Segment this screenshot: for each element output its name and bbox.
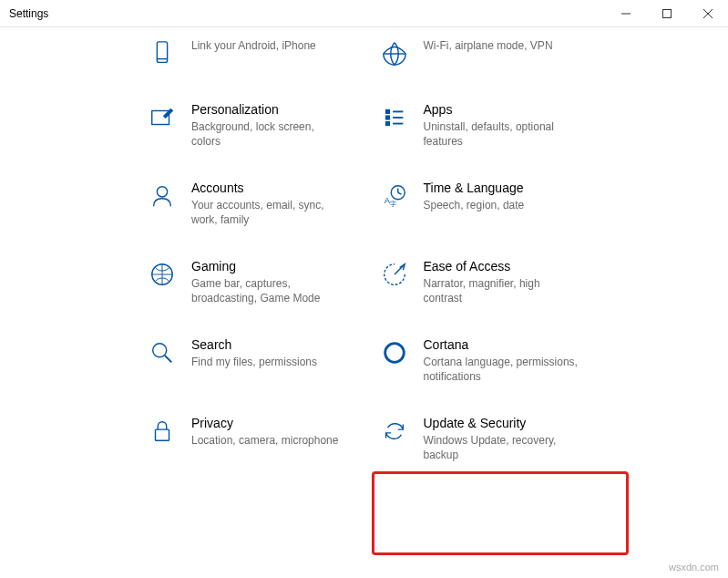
search-icon: [144, 337, 180, 366]
svg-point-14: [157, 187, 167, 197]
settings-grid-container: Link your Android, iPhone Wi-Fi, airplan…: [0, 27, 728, 483]
tile-name: Privacy: [191, 416, 353, 430]
tile-name: Apps: [424, 102, 685, 117]
tile-apps[interactable]: Apps Uninstall, defaults, optional featu…: [369, 91, 692, 170]
svg-point-24: [385, 344, 404, 363]
tile-desc: Your accounts, email, sync, work, family: [191, 198, 346, 227]
accounts-icon: [144, 181, 180, 210]
tile-search[interactable]: Search Find my files, permissions: [36, 326, 360, 405]
tile-desc: Background, lock screen, colors: [191, 119, 346, 149]
tile-desc: Speech, region, date: [424, 198, 579, 212]
privacy-icon: [144, 416, 180, 445]
tile-desc: Cortana language, permissions, notificat…: [424, 355, 579, 384]
watermark: wsxdn.com: [669, 562, 719, 573]
highlight-box: [372, 471, 629, 555]
svg-point-22: [153, 344, 167, 357]
globe-icon: [376, 38, 413, 67]
cortana-icon: [376, 337, 413, 366]
svg-rect-8: [385, 110, 389, 114]
time-language-icon: A字: [376, 181, 413, 210]
tile-name: Search: [191, 337, 353, 352]
tile-desc: Windows Update, recovery, backup: [424, 433, 579, 462]
tile-name: Cortana: [424, 337, 685, 352]
tile-desc: Find my files, permissions: [191, 355, 346, 369]
tile-personalization[interactable]: Personalization Background, lock screen,…: [36, 91, 360, 170]
tile-name: Update & Security: [424, 416, 685, 430]
tile-privacy[interactable]: Privacy Location, camera, microphone: [36, 405, 360, 483]
svg-text:字: 字: [390, 201, 396, 207]
tile-name: Personalization: [191, 102, 353, 117]
svg-rect-1: [662, 10, 671, 18]
maximize-button[interactable]: [646, 0, 687, 27]
tile-cortana[interactable]: Cortana Cortana language, permissions, n…: [369, 326, 692, 405]
svg-rect-12: [385, 122, 389, 126]
svg-rect-25: [156, 429, 169, 440]
phone-icon: [144, 38, 180, 67]
ease-of-access-icon: [376, 259, 413, 288]
tile-desc: Wi-Fi, airplane mode, VPN: [424, 38, 579, 53]
tile-network[interactable]: Wi-Fi, airplane mode, VPN: [369, 27, 692, 91]
update-icon: [376, 416, 413, 445]
svg-line-21: [395, 265, 404, 274]
tile-accounts[interactable]: Accounts Your accounts, email, sync, wor…: [36, 170, 360, 248]
tile-update-security[interactable]: Update & Security Windows Update, recove…: [369, 405, 692, 483]
tile-desc: Game bar, captures, broadcasting, Game M…: [191, 276, 346, 305]
svg-line-17: [397, 192, 401, 194]
tile-desc: Uninstall, defaults, optional features: [424, 119, 579, 149]
titlebar: Settings: [0, 0, 728, 27]
window-controls: [605, 0, 728, 27]
svg-rect-10: [385, 116, 389, 119]
svg-line-23: [165, 356, 172, 363]
tile-desc: Narrator, magnifier, high contrast: [424, 276, 579, 305]
tile-phone[interactable]: Link your Android, iPhone: [36, 27, 360, 91]
tile-name: Ease of Access: [424, 259, 685, 274]
close-button[interactable]: [687, 0, 728, 27]
tile-desc: Location, camera, microphone: [191, 433, 346, 448]
tile-time-language[interactable]: A字 Time & Language Speech, region, date: [369, 170, 692, 248]
tile-ease-of-access[interactable]: Ease of Access Narrator, magnifier, high…: [369, 248, 692, 326]
apps-icon: [376, 102, 413, 131]
window-title: Settings: [9, 7, 48, 20]
minimize-button[interactable]: [605, 0, 646, 27]
personalization-icon: [144, 102, 180, 131]
tile-gaming[interactable]: Gaming Game bar, captures, broadcasting,…: [36, 248, 360, 326]
tile-desc: Link your Android, iPhone: [191, 38, 346, 53]
tile-name: Time & Language: [424, 181, 685, 195]
tile-name: Gaming: [191, 259, 353, 274]
gaming-icon: [144, 259, 180, 288]
tile-name: Accounts: [191, 181, 353, 195]
